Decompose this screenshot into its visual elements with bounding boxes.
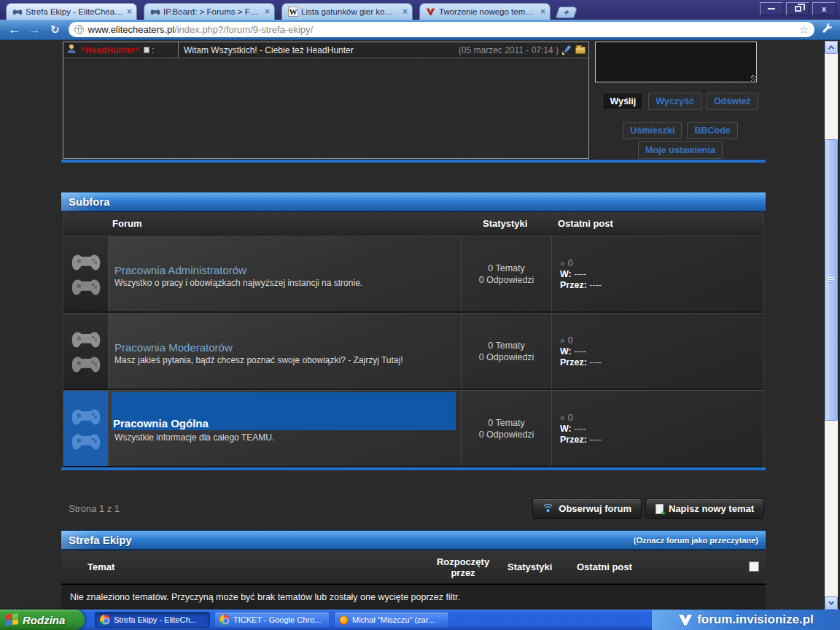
subfora-title: Subfora [69, 195, 110, 208]
forum-row-ogolna[interactable]: Pracownia Ogólna Wszystkie informacje dl… [63, 390, 763, 467]
taskbar-item-strefa-ekipy[interactable]: Strefa Ekipy - EliteCh... [95, 612, 210, 628]
chevron-up-icon [828, 45, 834, 51]
new-tab-button[interactable]: + [555, 7, 578, 18]
shoutbox-list: ^HeadHunter^ : Witam Wszystkich! - Ciebi… [63, 42, 589, 159]
invisionize-watermark[interactable]: forum.invisionize.pl [652, 610, 840, 630]
shout-message: Witam Wszystkich! - Ciebie też HeadHunte… [179, 45, 459, 55]
shout-author-link[interactable]: ^HeadHunter^ [80, 45, 140, 55]
scroll-up-button[interactable] [825, 41, 838, 54]
url-path: /index.php?/forum/9-strefa-ekipy/ [174, 24, 313, 35]
page-scrollbar[interactable] [825, 41, 838, 610]
topics-count: 0 Tematy [488, 417, 525, 429]
by-value: ---- [589, 280, 602, 290]
reload-button[interactable]: ↻ [50, 23, 60, 37]
new-page-icon [656, 504, 664, 514]
watermark-label: forum.invisionize.pl [697, 612, 814, 627]
replies-count: 0 Odpowiedzi [479, 274, 534, 286]
chrome-icon [219, 615, 230, 625]
tab-new-topic[interactable]: Tworzenie nowego tematu ... × [419, 3, 551, 20]
double-arrow-icon: » [560, 258, 565, 268]
taskbar-item-ticket[interactable]: TICKET - Google Chro... [214, 612, 330, 628]
by-label: Przez: [560, 435, 587, 445]
close-button[interactable]: x [812, 2, 836, 15]
mark-forum-read-link[interactable]: (Oznacz forum jako przeczytane) [634, 536, 758, 545]
forum-description: Wszystko o pracy i obowiązkach najwyższe… [114, 278, 454, 288]
last-post-count: 0 [568, 413, 573, 423]
by-value: ---- [589, 435, 602, 445]
gamepad-icon [71, 405, 101, 427]
send-shout-button[interactable]: Wyślij [602, 93, 643, 110]
tab-close-icon[interactable]: × [540, 8, 545, 15]
clear-shout-button[interactable]: Wyczyść [648, 93, 701, 110]
minimize-button[interactable] [760, 2, 783, 15]
archive-folder-icon[interactable] [575, 47, 586, 54]
tab-strip: Strefa Ekipy - EliteCheater... × IP.Boar… [6, 3, 576, 20]
back-button[interactable]: ← [8, 23, 20, 37]
forum-row-moderatorzy[interactable]: Pracownia Moderatorów Masz jakieś pytani… [63, 313, 763, 390]
browser-titlebar: Strefa Ekipy - EliteCheater... × IP.Boar… [0, 0, 840, 20]
forum-main-cell: Pracownia Administratorów Wszystko o pra… [109, 236, 461, 311]
forum-link[interactable]: Pracownia Moderatorów [114, 341, 454, 354]
window-controls: x [760, 2, 836, 15]
forum-description: Masz jakieś pytania, bądź chcesz poznać … [114, 355, 454, 365]
address-bar[interactable]: www.elitecheaters.pl/index.php?/forum/9-… [69, 22, 814, 37]
watch-forum-button[interactable]: Obserwuj forum [532, 498, 642, 519]
column-stats: Statystyki [483, 218, 527, 229]
edit-shout-icon[interactable] [562, 45, 572, 55]
column-last-post: Ostatni post [558, 218, 613, 229]
forum-link[interactable]: Pracownia Administratorów [114, 264, 454, 276]
forum-link[interactable]: Pracownia Ogólna [113, 417, 209, 429]
tab-close-icon[interactable]: × [265, 8, 270, 15]
shout-timestamp: (05 marzec 2011 - 07:14 ) [459, 45, 559, 55]
taskbar: Rodzina Strefa Ekipy - EliteCh... TICKET… [0, 610, 840, 630]
new-topic-button[interactable]: Napisz nowy temat [645, 498, 764, 519]
windows-logo-icon [6, 613, 18, 626]
scrollbar-thumb[interactable] [825, 139, 838, 421]
restore-button[interactable] [786, 2, 809, 15]
topics-section: Strefa Ekipy (Oznacz forum jako przeczyt… [61, 530, 766, 610]
page-viewport: ^HeadHunter^ : Witam Wszystkich! - Ciebi… [0, 41, 840, 610]
forum-row-administratorzy[interactable]: Pracownia Administratorów Wszystko o pra… [63, 236, 763, 313]
shout-input[interactable] [595, 42, 757, 82]
taskbar-item-michal[interactable]: Michał "Miszczu" (zar... [334, 612, 449, 628]
tab-close-icon[interactable]: × [127, 8, 132, 15]
forum-icon-cell [63, 314, 109, 389]
start-label: Rodzina [23, 614, 65, 626]
taskbar-item-label: Michał "Miszczu" (zar... [352, 615, 435, 624]
forward-button[interactable]: → [28, 23, 41, 37]
smilies-button[interactable]: Uśmieszki [623, 122, 682, 139]
bbcode-button[interactable]: BBCode [687, 122, 737, 139]
section-divider [61, 467, 766, 470]
subfora-section: Subfora Forum Statystyki Ostatni post Pr… [61, 192, 766, 470]
in-label: W: [560, 346, 572, 357]
forum-lastpost-cell: »0 W: ---- Przez: ---- [552, 391, 763, 466]
watch-forum-label: Obserwuj forum [559, 503, 631, 514]
gamepad-favicon-icon [12, 7, 23, 17]
column-stats: Statystyki [508, 561, 552, 572]
tab-title: Lista gatunków gier komput... [301, 7, 400, 16]
forum-icon-cell [63, 236, 109, 311]
topics-count: 0 Tematy [488, 340, 525, 351]
shout-separator: : [152, 45, 154, 55]
url-host: www.elitecheaters.pl [88, 24, 175, 35]
tab-strefa-ekipy[interactable]: Strefa Ekipy - EliteCheater... × [6, 3, 137, 20]
refresh-shout-button[interactable]: Odśwież [707, 93, 758, 110]
invision-logo-icon [678, 614, 693, 626]
wrench-menu-icon[interactable] [822, 23, 833, 36]
last-post-count: 0 [568, 335, 573, 346]
subfora-header: Subfora [61, 192, 766, 212]
gadu-gadu-icon [339, 615, 349, 625]
textarea-resize-grip[interactable] [751, 75, 757, 81]
forum-stats-cell: 0 Tematy 0 Odpowiedzi [461, 236, 552, 311]
gamepad-icon [71, 328, 101, 350]
scroll-down-button[interactable] [825, 596, 838, 610]
tab-wikipedia[interactable]: W Lista gatunków gier komput... × [281, 3, 413, 20]
start-button[interactable]: Rodzina [0, 610, 85, 630]
tab-ipboard[interactable]: IP.Board: > Forums > Foru... × [144, 3, 275, 20]
column-last-post: Ostatni post [577, 561, 632, 572]
my-settings-button[interactable]: Moje ustawienia [638, 141, 723, 159]
permalink-icon[interactable] [144, 47, 149, 53]
select-all-checkbox[interactable] [749, 561, 759, 572]
bookmark-star-icon[interactable]: ☆ [799, 23, 809, 36]
tab-close-icon[interactable]: × [402, 8, 408, 15]
